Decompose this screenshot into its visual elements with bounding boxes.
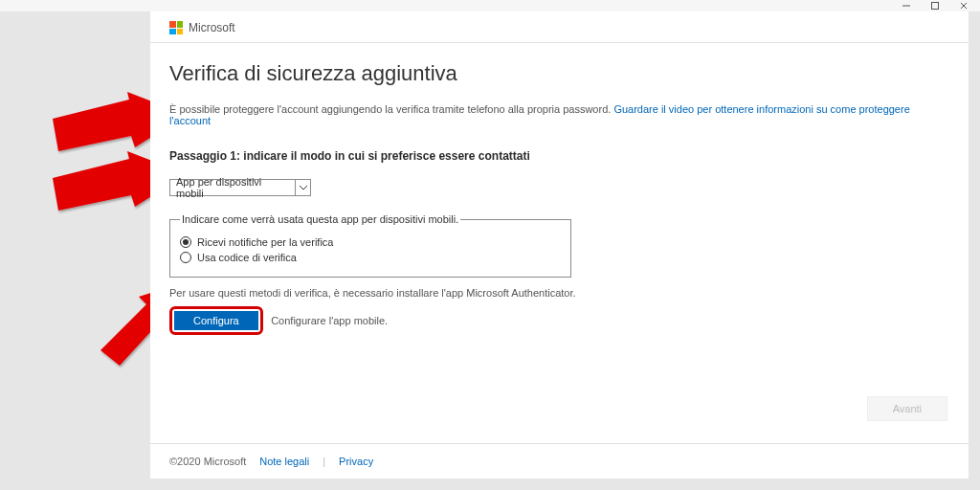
configure-highlight: Configura — [169, 306, 263, 335]
radio-label: Usa codice di verifica — [197, 252, 297, 263]
header-divider — [150, 42, 969, 43]
next-button[interactable]: Avanti — [867, 396, 947, 421]
footer-privacy-link[interactable]: Privacy — [339, 456, 373, 467]
fieldset-legend: Indicare come verrà usata questa app per… — [180, 213, 460, 225]
app-usage-fieldset: Indicare come verrà usata questa app per… — [169, 213, 571, 278]
brand-label: Microsoft — [189, 21, 235, 34]
dropdown-value: App per dispositivi mobili — [170, 176, 295, 199]
brand-header: Microsoft — [169, 21, 235, 34]
radio-icon — [180, 252, 191, 263]
microsoft-logo-icon — [169, 21, 183, 34]
configure-button[interactable]: Configura — [174, 311, 258, 330]
footer-legal-link[interactable]: Note legali — [259, 456, 309, 467]
contact-method-dropdown[interactable]: App per dispositivi mobili — [169, 179, 311, 196]
configure-hint: Configurare l'app mobile. — [271, 315, 388, 326]
radio-icon — [180, 236, 191, 248]
footer-divider — [150, 443, 969, 444]
window-maximize-icon[interactable] — [921, 0, 949, 11]
page-title: Verifica di sicurezza aggiuntiva — [169, 61, 949, 86]
window-minimize-icon[interactable] — [892, 0, 921, 11]
intro-text: È possibile proteggere l'account aggiung… — [169, 103, 949, 126]
main-window: Microsoft Verifica di sicurezza aggiunti… — [150, 11, 969, 479]
window-close-icon[interactable] — [949, 0, 978, 11]
svg-rect-1 — [932, 3, 939, 10]
window-titlebar — [0, 0, 980, 11]
step1-heading: Passaggio 1: indicare il modo in cui si … — [169, 149, 949, 163]
chevron-down-icon — [295, 179, 310, 196]
content-area: Verifica di sicurezza aggiuntiva È possi… — [169, 61, 949, 335]
authenticator-note: Per usare questi metodi di verifica, è n… — [169, 287, 949, 299]
footer-separator: | — [323, 456, 325, 467]
radio-option-code[interactable]: Usa codice di verifica — [180, 252, 561, 263]
radio-option-notifications[interactable]: Ricevi notifiche per la verifica — [180, 236, 561, 248]
intro-plain: È possibile proteggere l'account aggiung… — [169, 103, 613, 115]
footer: ©2020 Microsoft Note legali | Privacy — [169, 456, 373, 467]
footer-copyright: ©2020 Microsoft — [169, 456, 246, 467]
radio-label: Ricevi notifiche per la verifica — [197, 236, 333, 248]
